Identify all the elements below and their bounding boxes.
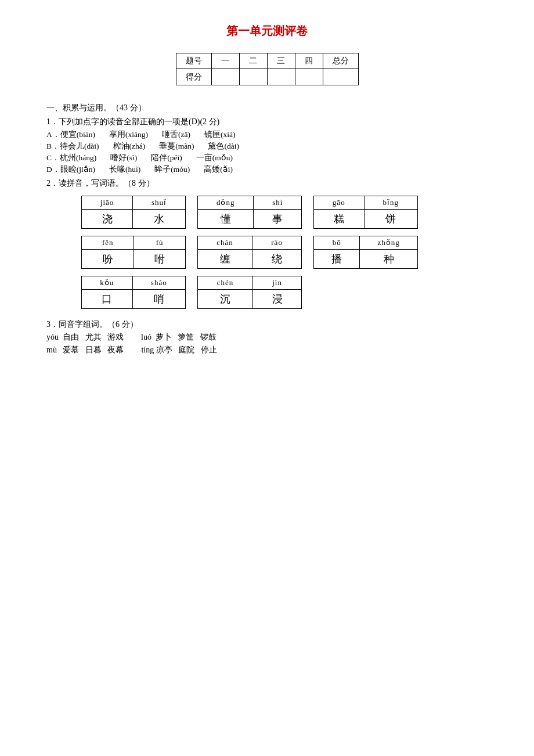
pinyin-table-1: dǒngshì懂事 [197, 196, 302, 229]
q1-text: 1．下列加点字的读音全部正确的一项是(D)(2 分) [46, 117, 488, 127]
score-header-0: 题号 [176, 53, 211, 69]
q2-text: 2．读拼音，写词语。（8 分） [46, 178, 488, 189]
pinyin-table-3: fēnfù吩咐 [81, 236, 186, 269]
q3-text: 3．同音字组词。（6 分） [46, 319, 488, 330]
score-header-5: 总分 [323, 53, 358, 69]
page-title: 第一单元测评卷 [46, 23, 488, 39]
score-header-1: 一 [211, 53, 239, 69]
score-header-4: 四 [295, 53, 323, 69]
q3-section: 3．同音字组词。（6 分） yóu 自由 尤其 游戏 luó 萝卜 箩筐 锣鼓 … [46, 319, 488, 355]
score-table: 题号 一 二 三 四 总分 得分 [176, 53, 359, 85]
pinyin-table-5: bōzhǒng播种 [313, 236, 418, 269]
q1-option-b: B．待会儿(dài) 榨油(zhá) 垂蔓(màn) 黛色(dài) [46, 141, 488, 152]
score-2 [239, 69, 267, 85]
score-4 [295, 69, 323, 85]
pinyin-tables: jiāoshuǐ浇水dǒngshì懂事gāobǐng糕饼fēnfù吩咐chánr… [81, 196, 488, 309]
q1-option-a: A．便宜(biàn) 享用(xiáng) 咂舌(zā) 镜匣(xiá) [46, 129, 488, 140]
q1-option-c: C．杭州(háng) 嗜好(sì) 陪伴(péi) 一亩(mǒu) [46, 153, 488, 163]
score-header-2: 二 [239, 53, 267, 69]
score-header-3: 三 [267, 53, 295, 69]
score-label: 得分 [176, 69, 211, 85]
pinyin-table-6: kǒushào口哨 [81, 276, 186, 309]
q3-row-2: mù 爱慕 日暮 夜幕 tíng 凉亭 庭院 停止 [46, 345, 488, 355]
score-1 [211, 69, 239, 85]
pinyin-table-0: jiāoshuǐ浇水 [81, 196, 186, 229]
score-total [323, 69, 358, 85]
score-3 [267, 69, 295, 85]
q1-option-d: D．眼睑(jiǎn) 长喙(huì) 眸子(móu) 高矮(ǎi) [46, 164, 488, 175]
pinyin-table-2: gāobǐng糕饼 [313, 196, 418, 229]
pinyin-table-7: chénjìn沉浸 [197, 276, 302, 309]
q3-row-1: yóu 自由 尤其 游戏 luó 萝卜 箩筐 锣鼓 [46, 332, 488, 343]
pinyin-table-4: chánrào缠绕 [197, 236, 302, 269]
section1-label: 一、积累与运用。（43 分） [46, 103, 488, 113]
